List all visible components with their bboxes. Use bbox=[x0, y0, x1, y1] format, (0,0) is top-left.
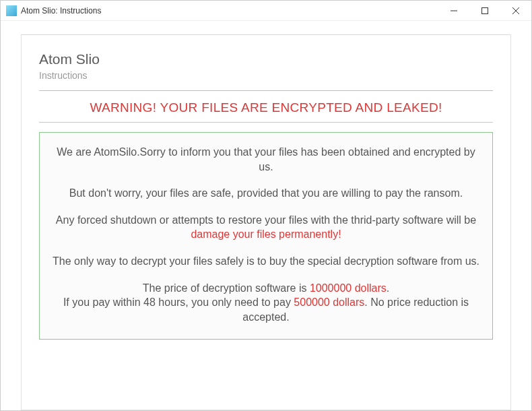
notice-paragraph: Any forced shutdown or attempts to resto… bbox=[52, 213, 480, 242]
window-frame: Atom Slio: Instructions Atom Slio Instru… bbox=[0, 0, 532, 411]
notice-paragraph: We are AtomSilo.Sorry to inform you that… bbox=[52, 145, 480, 174]
divider bbox=[39, 122, 493, 123]
minimize-button[interactable] bbox=[438, 1, 469, 20]
text-fragment: Any forced shutdown or attempts to resto… bbox=[56, 214, 476, 226]
text-fragment: The price of decryption software is bbox=[143, 282, 310, 294]
close-icon bbox=[512, 7, 519, 14]
text-fragment: If you pay within 48 hours, you only nee… bbox=[63, 296, 294, 308]
notice-paragraph: But don't worry, your files are safe, pr… bbox=[52, 186, 480, 201]
notice-paragraph: The price of decryption software is 1000… bbox=[52, 281, 480, 325]
page-subtitle: Instructions bbox=[39, 70, 493, 81]
titlebar[interactable]: Atom Slio: Instructions bbox=[1, 1, 531, 21]
notice-box: We are AtomSilo.Sorry to inform you that… bbox=[39, 132, 493, 340]
maximize-button[interactable] bbox=[469, 1, 500, 20]
text-fragment: . bbox=[387, 282, 389, 294]
highlight-text: 1000000 dollars bbox=[310, 282, 387, 294]
divider bbox=[39, 90, 493, 91]
content-area: Atom Slio Instructions WARNING! YOUR FIL… bbox=[1, 21, 531, 410]
highlight-text: 500000 dollars bbox=[294, 296, 364, 308]
app-icon bbox=[6, 5, 17, 16]
maximize-icon bbox=[481, 7, 488, 14]
svg-rect-1 bbox=[482, 7, 488, 13]
highlight-text: damage your files permanently! bbox=[191, 228, 341, 240]
notice-paragraph: The only way to decrypt your files safel… bbox=[52, 254, 480, 269]
window-title: Atom Slio: Instructions bbox=[21, 6, 438, 15]
page-title: Atom Slio bbox=[39, 51, 493, 67]
minimize-icon bbox=[451, 7, 457, 14]
warning-heading: WARNING! YOUR FILES ARE ENCRYPTED AND LE… bbox=[39, 98, 493, 122]
window-controls bbox=[438, 1, 531, 20]
document-card: Atom Slio Instructions WARNING! YOUR FIL… bbox=[21, 34, 511, 410]
close-button[interactable] bbox=[500, 1, 531, 20]
